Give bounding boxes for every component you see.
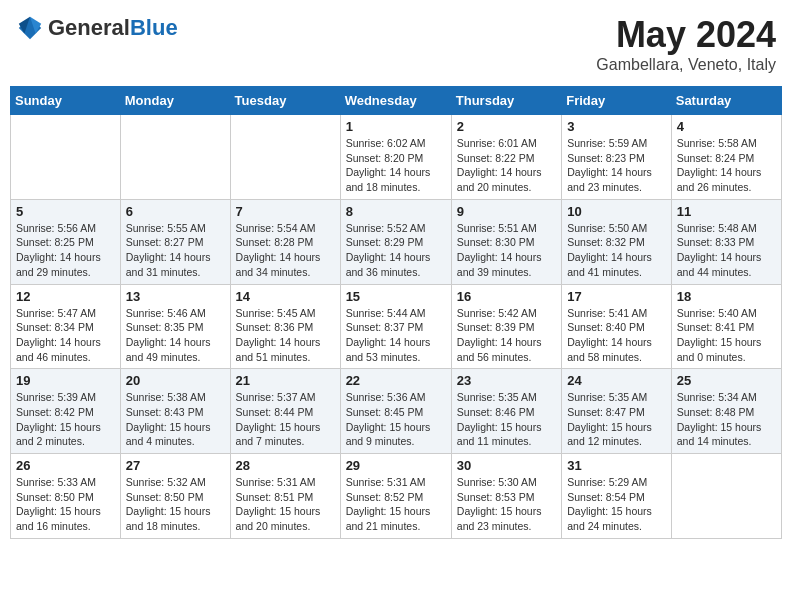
calendar-cell-w4d0: 26Sunrise: 5:33 AM Sunset: 8:50 PM Dayli… [11,454,121,539]
day-info: Sunrise: 5:31 AM Sunset: 8:52 PM Dayligh… [346,475,446,534]
day-number: 3 [567,119,666,134]
weekday-header-tuesday: Tuesday [230,87,340,115]
day-number: 26 [16,458,115,473]
calendar-cell-w0d1 [120,115,230,200]
logo-text: GeneralBlue [48,15,178,41]
day-info: Sunrise: 5:33 AM Sunset: 8:50 PM Dayligh… [16,475,115,534]
day-number: 8 [346,204,446,219]
day-number: 9 [457,204,556,219]
day-info: Sunrise: 5:35 AM Sunset: 8:46 PM Dayligh… [457,390,556,449]
day-number: 17 [567,289,666,304]
day-info: Sunrise: 5:32 AM Sunset: 8:50 PM Dayligh… [126,475,225,534]
day-number: 31 [567,458,666,473]
calendar-cell-w3d5: 24Sunrise: 5:35 AM Sunset: 8:47 PM Dayli… [562,369,672,454]
day-info: Sunrise: 5:56 AM Sunset: 8:25 PM Dayligh… [16,221,115,280]
weekday-header-friday: Friday [562,87,672,115]
day-info: Sunrise: 5:47 AM Sunset: 8:34 PM Dayligh… [16,306,115,365]
calendar-cell-w0d4: 2Sunrise: 6:01 AM Sunset: 8:22 PM Daylig… [451,115,561,200]
page-header: GeneralBlue May 2024 Gambellara, Veneto,… [10,10,782,78]
day-info: Sunrise: 5:52 AM Sunset: 8:29 PM Dayligh… [346,221,446,280]
weekday-header-sunday: Sunday [11,87,121,115]
day-number: 10 [567,204,666,219]
calendar-cell-w0d3: 1Sunrise: 6:02 AM Sunset: 8:20 PM Daylig… [340,115,451,200]
day-info: Sunrise: 5:41 AM Sunset: 8:40 PM Dayligh… [567,306,666,365]
calendar-cell-w1d5: 10Sunrise: 5:50 AM Sunset: 8:32 PM Dayli… [562,199,672,284]
day-number: 15 [346,289,446,304]
day-info: Sunrise: 5:44 AM Sunset: 8:37 PM Dayligh… [346,306,446,365]
day-number: 27 [126,458,225,473]
day-info: Sunrise: 5:50 AM Sunset: 8:32 PM Dayligh… [567,221,666,280]
calendar-cell-w2d0: 12Sunrise: 5:47 AM Sunset: 8:34 PM Dayli… [11,284,121,369]
calendar-cell-w1d0: 5Sunrise: 5:56 AM Sunset: 8:25 PM Daylig… [11,199,121,284]
day-number: 25 [677,373,776,388]
day-info: Sunrise: 5:31 AM Sunset: 8:51 PM Dayligh… [236,475,335,534]
day-info: Sunrise: 5:46 AM Sunset: 8:35 PM Dayligh… [126,306,225,365]
calendar-cell-w3d0: 19Sunrise: 5:39 AM Sunset: 8:42 PM Dayli… [11,369,121,454]
calendar-cell-w2d3: 15Sunrise: 5:44 AM Sunset: 8:37 PM Dayli… [340,284,451,369]
calendar-cell-w1d1: 6Sunrise: 5:55 AM Sunset: 8:27 PM Daylig… [120,199,230,284]
weekday-header-monday: Monday [120,87,230,115]
calendar-cell-w2d2: 14Sunrise: 5:45 AM Sunset: 8:36 PM Dayli… [230,284,340,369]
calendar-cell-w0d2 [230,115,340,200]
calendar-cell-w3d6: 25Sunrise: 5:34 AM Sunset: 8:48 PM Dayli… [671,369,781,454]
day-number: 4 [677,119,776,134]
calendar-cell-w1d4: 9Sunrise: 5:51 AM Sunset: 8:30 PM Daylig… [451,199,561,284]
calendar-cell-w3d4: 23Sunrise: 5:35 AM Sunset: 8:46 PM Dayli… [451,369,561,454]
logo: GeneralBlue [16,14,178,42]
calendar-cell-w0d6: 4Sunrise: 5:58 AM Sunset: 8:24 PM Daylig… [671,115,781,200]
calendar-cell-w4d3: 29Sunrise: 5:31 AM Sunset: 8:52 PM Dayli… [340,454,451,539]
calendar-cell-w4d6 [671,454,781,539]
calendar-cell-w0d5: 3Sunrise: 5:59 AM Sunset: 8:23 PM Daylig… [562,115,672,200]
calendar-cell-w3d3: 22Sunrise: 5:36 AM Sunset: 8:45 PM Dayli… [340,369,451,454]
day-info: Sunrise: 5:29 AM Sunset: 8:54 PM Dayligh… [567,475,666,534]
day-info: Sunrise: 5:48 AM Sunset: 8:33 PM Dayligh… [677,221,776,280]
day-number: 19 [16,373,115,388]
day-info: Sunrise: 5:45 AM Sunset: 8:36 PM Dayligh… [236,306,335,365]
day-number: 6 [126,204,225,219]
day-number: 7 [236,204,335,219]
day-info: Sunrise: 5:34 AM Sunset: 8:48 PM Dayligh… [677,390,776,449]
calendar-cell-w2d5: 17Sunrise: 5:41 AM Sunset: 8:40 PM Dayli… [562,284,672,369]
calendar-cell-w1d2: 7Sunrise: 5:54 AM Sunset: 8:28 PM Daylig… [230,199,340,284]
calendar-cell-w4d5: 31Sunrise: 5:29 AM Sunset: 8:54 PM Dayli… [562,454,672,539]
month-title: May 2024 [596,14,776,56]
day-number: 22 [346,373,446,388]
calendar-cell-w4d2: 28Sunrise: 5:31 AM Sunset: 8:51 PM Dayli… [230,454,340,539]
calendar-cell-w0d0 [11,115,121,200]
day-info: Sunrise: 5:35 AM Sunset: 8:47 PM Dayligh… [567,390,666,449]
day-number: 29 [346,458,446,473]
day-info: Sunrise: 5:37 AM Sunset: 8:44 PM Dayligh… [236,390,335,449]
day-info: Sunrise: 5:36 AM Sunset: 8:45 PM Dayligh… [346,390,446,449]
day-number: 30 [457,458,556,473]
day-number: 1 [346,119,446,134]
logo-icon [16,14,44,42]
day-info: Sunrise: 5:40 AM Sunset: 8:41 PM Dayligh… [677,306,776,365]
calendar-cell-w2d4: 16Sunrise: 5:42 AM Sunset: 8:39 PM Dayli… [451,284,561,369]
day-info: Sunrise: 5:42 AM Sunset: 8:39 PM Dayligh… [457,306,556,365]
day-number: 12 [16,289,115,304]
day-number: 2 [457,119,556,134]
day-info: Sunrise: 5:51 AM Sunset: 8:30 PM Dayligh… [457,221,556,280]
title-block: May 2024 Gambellara, Veneto, Italy [596,14,776,74]
day-info: Sunrise: 6:01 AM Sunset: 8:22 PM Dayligh… [457,136,556,195]
day-info: Sunrise: 5:38 AM Sunset: 8:43 PM Dayligh… [126,390,225,449]
day-number: 18 [677,289,776,304]
day-number: 5 [16,204,115,219]
calendar-cell-w1d3: 8Sunrise: 5:52 AM Sunset: 8:29 PM Daylig… [340,199,451,284]
day-number: 14 [236,289,335,304]
day-info: Sunrise: 5:39 AM Sunset: 8:42 PM Dayligh… [16,390,115,449]
day-info: Sunrise: 5:30 AM Sunset: 8:53 PM Dayligh… [457,475,556,534]
calendar-cell-w2d6: 18Sunrise: 5:40 AM Sunset: 8:41 PM Dayli… [671,284,781,369]
weekday-header-wednesday: Wednesday [340,87,451,115]
day-number: 11 [677,204,776,219]
day-number: 16 [457,289,556,304]
calendar-cell-w4d1: 27Sunrise: 5:32 AM Sunset: 8:50 PM Dayli… [120,454,230,539]
day-number: 28 [236,458,335,473]
weekday-header-saturday: Saturday [671,87,781,115]
day-info: Sunrise: 5:59 AM Sunset: 8:23 PM Dayligh… [567,136,666,195]
calendar-table: SundayMondayTuesdayWednesdayThursdayFrid… [10,86,782,539]
calendar-cell-w3d2: 21Sunrise: 5:37 AM Sunset: 8:44 PM Dayli… [230,369,340,454]
calendar-cell-w1d6: 11Sunrise: 5:48 AM Sunset: 8:33 PM Dayli… [671,199,781,284]
day-number: 20 [126,373,225,388]
calendar-cell-w3d1: 20Sunrise: 5:38 AM Sunset: 8:43 PM Dayli… [120,369,230,454]
